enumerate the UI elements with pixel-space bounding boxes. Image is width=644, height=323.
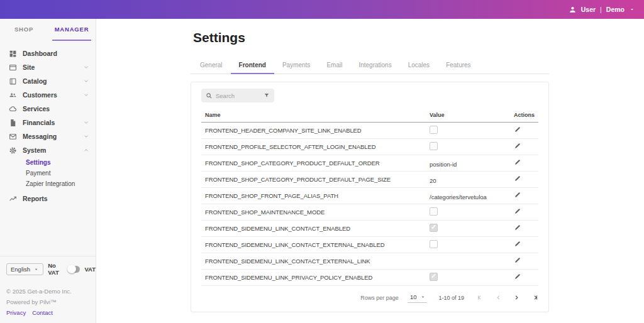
edit-button[interactable]	[513, 124, 523, 136]
sidebar-item-system[interactable]: System	[0, 143, 96, 157]
chevron-down-icon	[420, 294, 426, 300]
rows-per-page-select[interactable]: 10	[408, 292, 428, 303]
sidebar-item-settings[interactable]: Settings	[0, 157, 96, 168]
dashboard-icon	[9, 50, 17, 58]
column-header-actions: Actions	[510, 112, 538, 118]
no-vat-label: No VAT	[48, 262, 64, 276]
edit-button[interactable]	[513, 239, 523, 251]
table-row: FRONTEND_SHOP_MAINTENANCE_MODE	[201, 204, 538, 221]
filter-icon[interactable]	[264, 92, 270, 99]
customers-icon	[9, 91, 17, 99]
value-checkbox[interactable]	[430, 126, 438, 134]
table-row: FRONTEND_SIDEMENU_LINK_CONTACT_ENABLED	[201, 221, 538, 237]
value-checkbox[interactable]	[430, 240, 438, 248]
catalog-icon	[9, 77, 17, 85]
sidebar-item-dashboard[interactable]: Dashboard	[0, 47, 96, 60]
pencil-icon	[514, 207, 521, 217]
pencil-icon	[514, 256, 521, 266]
sidebar-item-site[interactable]: Site	[0, 60, 96, 74]
edit-button[interactable]	[513, 141, 523, 153]
table-header: Name Value Actions	[201, 107, 538, 123]
sidebar-item-label: Settings	[26, 159, 89, 166]
setting-value-cell	[426, 272, 510, 283]
reports-icon	[9, 195, 17, 203]
edit-button[interactable]	[513, 222, 523, 234]
column-header-value: Value	[426, 112, 510, 118]
settings-card: Name Value Actions FRONTEND_HEADER_COMPA…	[191, 82, 549, 312]
value-checkbox[interactable]	[430, 207, 438, 216]
edit-button[interactable]	[513, 190, 523, 202]
first-page-button[interactable]	[477, 294, 484, 301]
setting-value-cell: 20	[426, 174, 510, 185]
user-label: User	[581, 6, 596, 13]
table-row: FRONTEND_SHOP_CATEGORY_PRODUCT_DEFAULT_O…	[201, 155, 538, 172]
value-checkbox[interactable]	[430, 273, 438, 281]
pencil-icon	[514, 191, 521, 200]
sidebar-item-financials[interactable]: Financials	[0, 116, 96, 129]
setting-value-cell: position-id	[426, 158, 510, 169]
language-select[interactable]: English	[6, 263, 43, 275]
setting-value-cell	[426, 256, 510, 267]
sidebar-tabs: SHOPMANAGER	[0, 19, 96, 41]
edit-button[interactable]	[513, 271, 523, 283]
privacy-link[interactable]: Privacy	[6, 307, 26, 318]
pencil-icon	[514, 142, 521, 151]
sidebar-item-label: Customers	[23, 91, 83, 99]
page-title: Settings	[193, 30, 245, 45]
setting-value-cell: /categories/tervetuloa	[426, 190, 510, 202]
main-content: Settings GeneralFrontendPaymentsEmailInt…	[96, 19, 644, 323]
tab-general[interactable]: General	[192, 62, 231, 74]
previous-page-button[interactable]	[495, 294, 502, 301]
value-checkbox[interactable]	[430, 224, 438, 232]
sidebar-item-payment[interactable]: Payment	[0, 168, 96, 178]
edit-button[interactable]	[513, 173, 523, 185]
setting-value-cell	[426, 141, 510, 153]
tab-frontend[interactable]: Frontend	[231, 62, 274, 74]
search-input[interactable]	[216, 92, 260, 99]
rows-per-page-label: Rows per page	[360, 295, 399, 301]
sidebar-item-customers[interactable]: Customers	[0, 88, 96, 102]
financials-icon	[9, 119, 17, 127]
sidebar-item-label: Reports	[23, 195, 89, 202]
edit-button[interactable]	[513, 255, 523, 267]
tab-integrations[interactable]: Integrations	[350, 62, 399, 74]
value-text: 20	[426, 177, 436, 184]
chevron-down-icon	[33, 266, 39, 272]
tab-locales[interactable]: Locales	[400, 62, 438, 74]
sidebar-item-zapier-integration[interactable]: Zapier Integration	[0, 178, 96, 189]
last-page-button[interactable]	[531, 294, 538, 301]
edit-button[interactable]	[513, 206, 523, 218]
user-menu[interactable]: User | Demo	[569, 6, 635, 14]
sidebar-item-label: Services	[23, 105, 89, 112]
setting-name: FRONTEND_SHOP_CATEGORY_PRODUCT_DEFAULT_P…	[201, 176, 426, 183]
user-menu-separator: |	[600, 6, 602, 13]
vat-toggle[interactable]	[69, 266, 80, 273]
messaging-icon	[9, 133, 17, 141]
sidebar-tab-shop[interactable]: SHOP	[0, 19, 48, 41]
sidebar-item-services[interactable]: Services	[0, 102, 96, 116]
table-row: FRONTEND_SIDEMENU_LINK_CONTACT_EXTERNAL_…	[201, 253, 538, 270]
tab-features[interactable]: Features	[438, 62, 479, 74]
pencil-icon	[514, 224, 521, 233]
setting-name: FRONTEND_SIDEMENU_LINK_CONTACT_EXTERNAL_…	[201, 241, 426, 248]
setting-name: FRONTEND_PROFILE_SELECTOR_AFTER_LOGIN_EN…	[201, 143, 426, 150]
sidebar-item-label: Catalog	[23, 77, 83, 85]
vat-label: VAT	[84, 266, 96, 273]
next-page-button[interactable]	[513, 294, 520, 301]
setting-name: FRONTEND_SHOP_FRONT_PAGE_ALIAS_PATH	[201, 192, 426, 199]
system-icon	[9, 146, 17, 155]
sidebar-item-messaging[interactable]: Messaging	[0, 129, 96, 143]
setting-name: FRONTEND_SIDEMENU_LINK_CONTACT_EXTERNAL_…	[201, 258, 426, 265]
sidebar-item-reports[interactable]: Reports	[0, 192, 96, 205]
vat-toggle-knob	[67, 265, 76, 273]
value-checkbox[interactable]	[430, 142, 438, 150]
contact-link[interactable]: Contact	[32, 307, 53, 318]
sidebar-tab-manager[interactable]: MANAGER	[48, 19, 96, 41]
sidebar-item-catalog[interactable]: Catalog	[0, 74, 96, 88]
value-text: position-id	[426, 161, 457, 168]
tab-payments[interactable]: Payments	[274, 62, 318, 74]
edit-button[interactable]	[513, 157, 523, 169]
tab-email[interactable]: Email	[318, 62, 350, 74]
pagination-range: 1-10 of 19	[438, 295, 464, 301]
chevron-down-icon	[83, 92, 89, 98]
